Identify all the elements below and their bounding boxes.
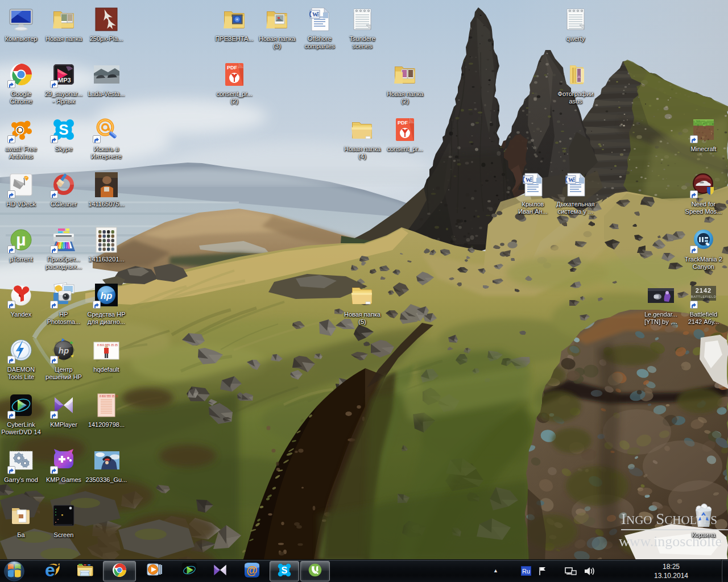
svg-text:PDF: PDF bbox=[398, 120, 408, 126]
svg-text:µ: µ bbox=[16, 230, 26, 249]
svg-text:8 800 555 35 35: 8 800 555 35 35 bbox=[100, 395, 118, 398]
svg-text:PDF: PDF bbox=[227, 65, 238, 70]
svg-text:hp: hp bbox=[101, 290, 113, 301]
svg-text:hp: hp bbox=[59, 346, 69, 355]
svg-text:S: S bbox=[59, 121, 68, 138]
svg-text:@: @ bbox=[246, 564, 258, 576]
svg-text:S: S bbox=[282, 565, 288, 575]
svg-text:2142: 2142 bbox=[696, 287, 712, 294]
svg-text:BATTLEFIELD: BATTLEFIELD bbox=[691, 295, 717, 298]
svg-text:MP3: MP3 bbox=[58, 77, 71, 84]
svg-text:e: e bbox=[45, 560, 55, 580]
